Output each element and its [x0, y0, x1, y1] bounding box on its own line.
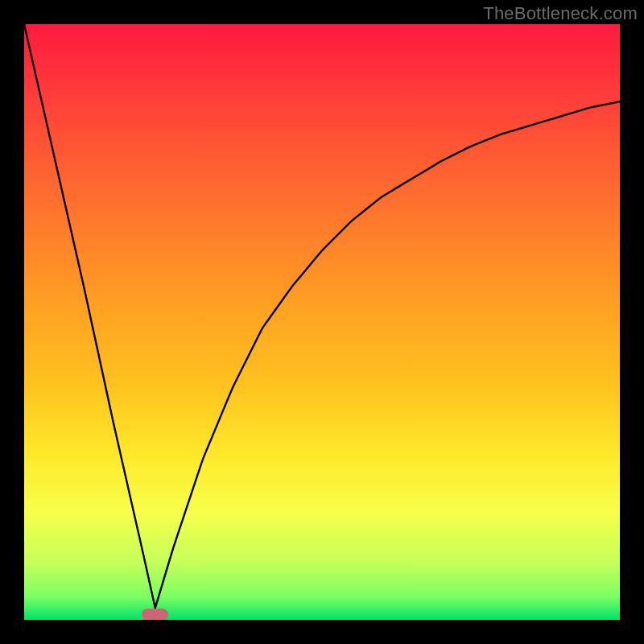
plot-area — [24, 24, 620, 620]
chart-frame: TheBottleneck.com — [0, 0, 644, 644]
gradient-background — [24, 24, 620, 620]
chart-svg — [24, 24, 620, 620]
watermark-text: TheBottleneck.com — [483, 3, 638, 24]
optimum-marker — [142, 609, 168, 620]
